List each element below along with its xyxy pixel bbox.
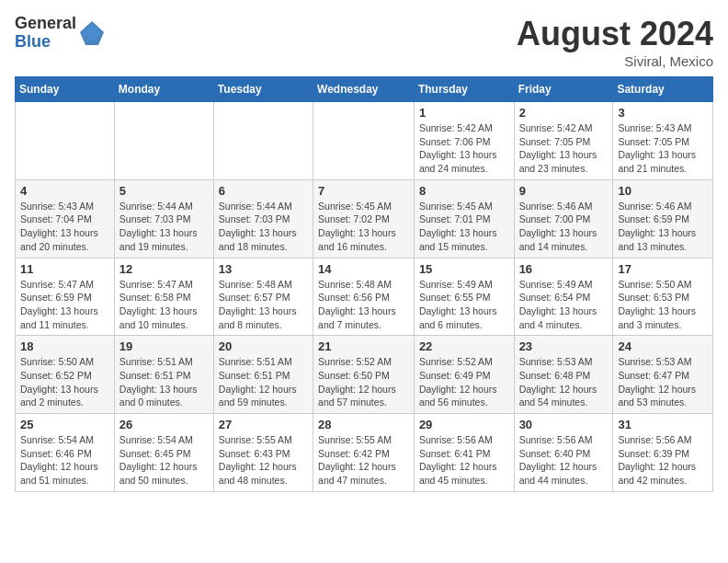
day-info: Sunrise: 5:52 AM Sunset: 6:49 PM Dayligh…: [419, 355, 509, 409]
day-number: 3: [618, 106, 708, 120]
day-number: 20: [219, 339, 308, 353]
calendar-cell: 16Sunrise: 5:49 AM Sunset: 6:54 PM Dayli…: [514, 258, 613, 336]
calendar-cell: [313, 102, 415, 180]
day-info: Sunrise: 5:42 AM Sunset: 7:06 PM Dayligh…: [419, 121, 509, 176]
calendar-week-row: 1Sunrise: 5:42 AM Sunset: 7:06 PM Daylig…: [16, 102, 713, 180]
calendar-week-row: 18Sunrise: 5:50 AM Sunset: 6:52 PM Dayli…: [16, 336, 713, 414]
day-number: 19: [119, 339, 209, 353]
calendar-cell: 2Sunrise: 5:42 AM Sunset: 7:05 PM Daylig…: [514, 102, 613, 180]
calendar-cell: 19Sunrise: 5:51 AM Sunset: 6:51 PM Dayli…: [114, 336, 213, 414]
logo-icon: [78, 19, 106, 47]
day-info: Sunrise: 5:50 AM Sunset: 6:52 PM Dayligh…: [20, 355, 109, 409]
day-info: Sunrise: 5:55 AM Sunset: 6:42 PM Dayligh…: [318, 433, 409, 488]
calendar-cell: 5Sunrise: 5:44 AM Sunset: 7:03 PM Daylig…: [114, 179, 213, 258]
day-info: Sunrise: 5:53 AM Sunset: 6:48 PM Dayligh…: [519, 355, 609, 409]
day-header-thursday: Thursday: [414, 77, 514, 102]
day-info: Sunrise: 5:47 AM Sunset: 6:58 PM Dayligh…: [119, 278, 209, 332]
calendar-cell: 13Sunrise: 5:48 AM Sunset: 6:57 PM Dayli…: [213, 258, 313, 336]
day-header-friday: Friday: [514, 77, 613, 102]
day-info: Sunrise: 5:54 AM Sunset: 6:46 PM Dayligh…: [20, 433, 109, 488]
calendar-cell: 28Sunrise: 5:55 AM Sunset: 6:42 PM Dayli…: [313, 414, 415, 492]
day-number: 7: [318, 184, 409, 198]
day-info: Sunrise: 5:56 AM Sunset: 6:39 PM Dayligh…: [618, 433, 708, 488]
day-number: 8: [419, 184, 509, 198]
day-number: 26: [119, 418, 209, 431]
day-info: Sunrise: 5:46 AM Sunset: 6:59 PM Dayligh…: [618, 200, 708, 254]
day-info: Sunrise: 5:56 AM Sunset: 6:40 PM Dayligh…: [519, 433, 609, 488]
day-header-sunday: Sunday: [16, 77, 115, 102]
logo-blue-text: Blue: [15, 33, 76, 52]
day-number: 21: [318, 339, 409, 353]
calendar-cell: 9Sunrise: 5:46 AM Sunset: 7:00 PM Daylig…: [514, 179, 613, 258]
day-info: Sunrise: 5:55 AM Sunset: 6:43 PM Dayligh…: [219, 433, 308, 488]
day-info: Sunrise: 5:44 AM Sunset: 7:03 PM Dayligh…: [119, 200, 209, 254]
header-row: SundayMondayTuesdayWednesdayThursdayFrid…: [16, 77, 713, 102]
calendar-cell: 8Sunrise: 5:45 AM Sunset: 7:01 PM Daylig…: [414, 179, 514, 258]
calendar-cell: 17Sunrise: 5:50 AM Sunset: 6:53 PM Dayli…: [613, 258, 713, 336]
day-info: Sunrise: 5:44 AM Sunset: 7:03 PM Dayligh…: [219, 200, 308, 254]
location-subtitle: Siviral, Mexico: [517, 53, 713, 69]
calendar-cell: 22Sunrise: 5:52 AM Sunset: 6:49 PM Dayli…: [414, 336, 514, 414]
calendar-week-row: 25Sunrise: 5:54 AM Sunset: 6:46 PM Dayli…: [16, 414, 713, 492]
day-number: 16: [519, 262, 609, 276]
calendar-cell: 1Sunrise: 5:42 AM Sunset: 7:06 PM Daylig…: [414, 102, 514, 180]
calendar-cell: [114, 102, 213, 180]
title-block: August 2024 Siviral, Mexico: [517, 15, 713, 69]
logo-general-text: General: [15, 15, 76, 33]
day-info: Sunrise: 5:51 AM Sunset: 6:51 PM Dayligh…: [119, 355, 209, 409]
calendar-cell: 24Sunrise: 5:53 AM Sunset: 6:47 PM Dayli…: [613, 336, 713, 414]
day-number: 24: [618, 339, 708, 353]
day-number: 25: [20, 418, 109, 431]
calendar-week-row: 11Sunrise: 5:47 AM Sunset: 6:59 PM Dayli…: [16, 258, 713, 336]
day-info: Sunrise: 5:48 AM Sunset: 6:56 PM Dayligh…: [318, 278, 409, 332]
page-header: General Blue August 2024 Siviral, Mexico: [15, 15, 713, 69]
calendar-cell: 15Sunrise: 5:49 AM Sunset: 6:55 PM Dayli…: [414, 258, 514, 336]
calendar-cell: 12Sunrise: 5:47 AM Sunset: 6:58 PM Dayli…: [114, 258, 213, 336]
day-number: 10: [618, 184, 708, 198]
calendar-cell: 10Sunrise: 5:46 AM Sunset: 6:59 PM Dayli…: [613, 179, 713, 258]
calendar-cell: 29Sunrise: 5:56 AM Sunset: 6:41 PM Dayli…: [414, 414, 514, 492]
day-number: 30: [519, 418, 609, 431]
day-header-monday: Monday: [114, 77, 213, 102]
day-number: 14: [318, 262, 409, 276]
day-number: 12: [119, 262, 209, 276]
calendar-cell: 6Sunrise: 5:44 AM Sunset: 7:03 PM Daylig…: [213, 179, 313, 258]
day-header-saturday: Saturday: [613, 77, 713, 102]
day-info: Sunrise: 5:52 AM Sunset: 6:50 PM Dayligh…: [318, 355, 409, 409]
day-number: 13: [219, 262, 308, 276]
day-number: 27: [219, 418, 308, 431]
day-number: 4: [20, 184, 109, 198]
calendar-week-row: 4Sunrise: 5:43 AM Sunset: 7:04 PM Daylig…: [16, 179, 713, 258]
calendar-cell: 27Sunrise: 5:55 AM Sunset: 6:43 PM Dayli…: [213, 414, 313, 492]
calendar-cell: 25Sunrise: 5:54 AM Sunset: 6:46 PM Dayli…: [16, 414, 115, 492]
day-info: Sunrise: 5:49 AM Sunset: 6:54 PM Dayligh…: [519, 278, 609, 332]
calendar-cell: 7Sunrise: 5:45 AM Sunset: 7:02 PM Daylig…: [313, 179, 415, 258]
day-number: 29: [419, 418, 509, 431]
logo: General Blue: [15, 15, 106, 52]
day-number: 9: [519, 184, 609, 198]
day-number: 15: [419, 262, 509, 276]
day-number: 31: [618, 418, 708, 431]
day-info: Sunrise: 5:54 AM Sunset: 6:45 PM Dayligh…: [119, 433, 209, 488]
day-number: 28: [318, 418, 409, 431]
day-info: Sunrise: 5:56 AM Sunset: 6:41 PM Dayligh…: [419, 433, 509, 488]
calendar-table: SundayMondayTuesdayWednesdayThursdayFrid…: [15, 76, 713, 492]
calendar-cell: 26Sunrise: 5:54 AM Sunset: 6:45 PM Dayli…: [114, 414, 213, 492]
day-info: Sunrise: 5:43 AM Sunset: 7:04 PM Dayligh…: [20, 200, 109, 254]
calendar-cell: 3Sunrise: 5:43 AM Sunset: 7:05 PM Daylig…: [613, 102, 713, 180]
day-info: Sunrise: 5:45 AM Sunset: 7:01 PM Dayligh…: [419, 200, 509, 254]
calendar-cell: 30Sunrise: 5:56 AM Sunset: 6:40 PM Dayli…: [514, 414, 613, 492]
calendar-cell: [213, 102, 313, 180]
day-header-tuesday: Tuesday: [213, 77, 313, 102]
day-number: 23: [519, 339, 609, 353]
calendar-cell: 14Sunrise: 5:48 AM Sunset: 6:56 PM Dayli…: [313, 258, 415, 336]
calendar-cell: [16, 102, 115, 180]
day-info: Sunrise: 5:43 AM Sunset: 7:05 PM Dayligh…: [618, 121, 708, 176]
calendar-cell: 20Sunrise: 5:51 AM Sunset: 6:51 PM Dayli…: [213, 336, 313, 414]
calendar-cell: 4Sunrise: 5:43 AM Sunset: 7:04 PM Daylig…: [16, 179, 115, 258]
calendar-cell: 18Sunrise: 5:50 AM Sunset: 6:52 PM Dayli…: [16, 336, 115, 414]
day-info: Sunrise: 5:46 AM Sunset: 7:00 PM Dayligh…: [519, 200, 609, 254]
month-year-title: August 2024: [517, 15, 713, 53]
day-number: 2: [519, 106, 609, 120]
day-number: 17: [618, 262, 708, 276]
